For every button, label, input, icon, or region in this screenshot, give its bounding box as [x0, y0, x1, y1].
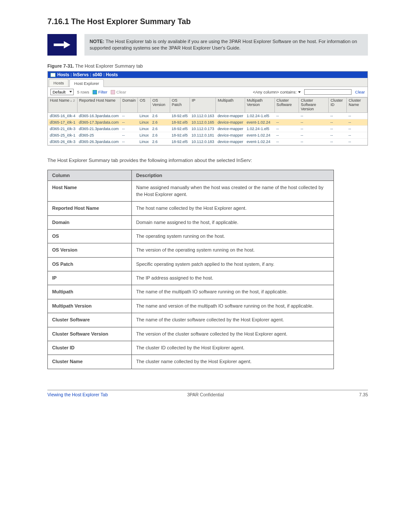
summary-row: OS VersionThe version of the operating s… — [48, 243, 334, 257]
tab-hosts[interactable]: Hosts — [49, 79, 68, 87]
column-header[interactable]: Reported Host Name — [77, 98, 121, 113]
cell: device-mapper — [216, 132, 245, 138]
filter-button[interactable]: Filter — [93, 90, 107, 94]
summary-col-desc: The operating system running on the host… — [132, 229, 334, 243]
cell: -- — [121, 112, 138, 119]
summary-col-desc: The version of the operating system runn… — [132, 243, 334, 257]
view-dropdown[interactable]: Default — [50, 89, 74, 95]
summary-desc-header: Description — [132, 170, 334, 181]
cell: dl365-17.3pardata.com — [77, 119, 121, 125]
cell: -- — [274, 119, 299, 125]
cell: dl365-26_i0k-3 — [48, 138, 78, 145]
table-row[interactable]: dl365-17_i0k-1dl365-17.3pardata.com--Lin… — [48, 119, 367, 125]
cell: -- — [299, 138, 329, 145]
clear-filter-button[interactable]: Clear — [111, 90, 126, 94]
sort-indicator-icon: ▵ 2 — [69, 99, 75, 103]
table-intro-text: The Host Explorer Summary tab provides t… — [47, 157, 368, 164]
cell: -- — [274, 138, 299, 145]
tab-host-explorer[interactable]: Host Explorer — [69, 79, 104, 87]
cell: 10.112.0.173 — [190, 125, 216, 132]
table-row[interactable]: dl365-26_i0k-3dl365-26.3pardata.com--Lin… — [48, 138, 367, 145]
cell: Linux — [138, 132, 151, 138]
window-title: Hosts : InServs : s040 : Hosts — [57, 72, 118, 77]
cell: device-mapper — [216, 112, 245, 119]
column-header[interactable]: Domain — [121, 98, 138, 113]
section-heading: The Host Explorer Summary Tab — [71, 17, 191, 26]
summary-row: Cluster Software VersionThe version of t… — [48, 327, 334, 341]
summary-col-name: Cluster ID — [48, 341, 132, 355]
column-header[interactable]: OS Version — [150, 98, 170, 113]
figure-label: Figure 7-31. — [47, 63, 74, 68]
table-row[interactable]: dl365-25_i0k-1dl365-25--Linux2.618-92.el… — [48, 132, 367, 138]
toolbar: Default 5 rows Filter Clear <Any column>… — [48, 87, 367, 97]
cell: -- — [329, 119, 347, 125]
clear-label: Clear — [116, 90, 126, 94]
cell: -- — [347, 132, 367, 138]
cell: 2.6 — [150, 112, 170, 119]
summary-row: MultipathThe name of the multipath IO so… — [48, 285, 334, 299]
svg-marker-1 — [64, 41, 70, 49]
cell: -- — [329, 132, 347, 138]
cell: -- — [299, 125, 329, 132]
summary-col-desc: The name and version of the multipath IO… — [132, 299, 334, 313]
column-header[interactable]: Cluster Software Version — [299, 98, 329, 113]
summary-row: Host NameName assigned manually when the… — [48, 181, 334, 202]
summary-col-desc: Specific operating system patch applied … — [132, 257, 334, 271]
summary-row: Multipath VersionThe name and version of… — [48, 299, 334, 313]
summary-col-desc: The cluster name collected by the Host E… — [132, 355, 334, 369]
search-column-dropdown[interactable]: <Any column> contains: — [251, 89, 301, 95]
footer-page: 7.35 — [359, 392, 368, 397]
table-row[interactable]: dl365-21_i0k-3dl365-21.3pardata.com--Lin… — [48, 125, 367, 132]
cell: -- — [274, 132, 299, 138]
summary-col-name: Multipath Version — [48, 299, 132, 313]
search-clear-button[interactable]: Clear — [355, 90, 365, 94]
cell: dl365-16_i0k-4 — [48, 112, 78, 119]
cell: 10.112.0.165 — [190, 119, 216, 125]
cell: 18-92.el5 — [170, 112, 190, 119]
column-header[interactable]: Cluster Name — [347, 98, 367, 113]
column-header[interactable]: OS — [138, 98, 151, 113]
cell: dl365-16.3pardata.com — [77, 112, 121, 119]
column-header[interactable]: Multipath — [216, 98, 245, 113]
summary-row: Cluster NameThe cluster name collected b… — [48, 355, 334, 369]
column-header[interactable]: Cluster ID — [329, 98, 347, 113]
clear-icon — [111, 90, 115, 94]
cell: event-1.02.24 — [245, 119, 275, 125]
row-count: 5 rows — [77, 90, 89, 94]
tab-bar: Hosts Host Explorer — [48, 78, 367, 87]
cell: Linux — [138, 112, 151, 119]
note-body: The Host Explorer tab is only available … — [90, 39, 357, 50]
column-header[interactable]: Host Name ▵ 2 — [48, 98, 78, 113]
cell: -- — [121, 132, 138, 138]
section-number: 7.16.1 — [47, 17, 69, 26]
arrow-right-icon — [47, 34, 77, 56]
summary-col-desc: The IP address assigned to the host. — [132, 271, 334, 285]
svg-rect-0 — [54, 44, 64, 46]
cell: -- — [347, 125, 367, 132]
summary-col-name: OS Patch — [48, 257, 132, 271]
search-input[interactable] — [304, 89, 352, 95]
cell: 2.6 — [150, 132, 170, 138]
cell: device-mapper — [216, 138, 245, 145]
summary-col-name: IP — [48, 271, 132, 285]
column-header[interactable]: Multipath Version — [245, 98, 275, 113]
table-row[interactable]: dl365-16_i0k-4dl365-16.3pardata.com--Lin… — [48, 112, 367, 119]
footer-center: 3PAR Confidential — [187, 392, 224, 397]
summary-col-name: Reported Host Name — [48, 202, 132, 215]
section-title: 7.16.1 The Host Explorer Summary Tab — [47, 17, 368, 26]
cell: 1.02.24-1.el5 — [245, 112, 275, 119]
cell: event-1.02.24 — [245, 138, 275, 145]
summary-col-name: Host Name — [48, 181, 132, 202]
cell: Linux — [138, 119, 151, 125]
column-header[interactable]: Cluster Software — [274, 98, 299, 113]
summary-col-name: Multipath — [48, 285, 132, 299]
column-header[interactable]: IP — [190, 98, 216, 113]
summary-col-desc: Name assigned manually when the host was… — [132, 181, 334, 202]
column-header[interactable]: OS Patch — [170, 98, 190, 113]
summary-col-desc: The version of the cluster software coll… — [132, 327, 334, 341]
cell: Linux — [138, 138, 151, 145]
cell: event-1.02.24 — [245, 132, 275, 138]
note-label: NOTE: — [90, 39, 104, 44]
summary-row: Cluster IDThe cluster ID collected by th… — [48, 341, 334, 355]
cell: -- — [299, 132, 329, 138]
